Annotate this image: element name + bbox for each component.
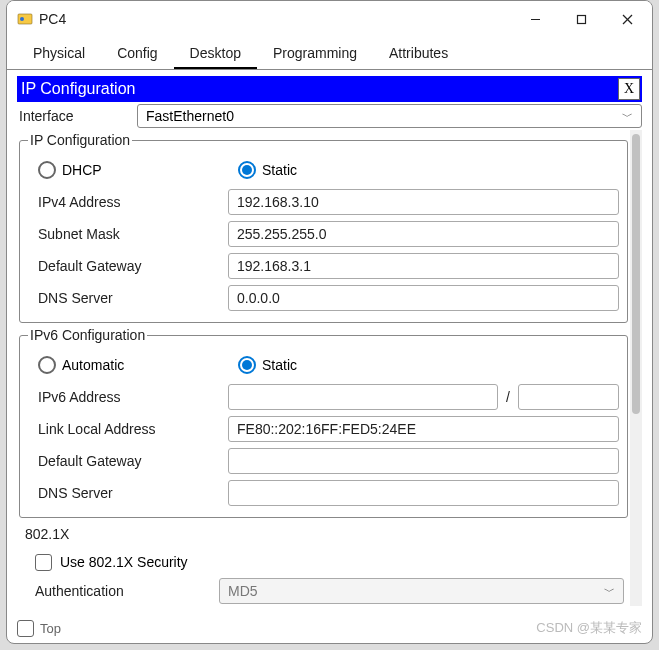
subnet-mask-label: Subnet Mask [28, 226, 228, 242]
ipv6-static-radio[interactable]: Static [228, 356, 428, 374]
radio-label: Static [262, 357, 297, 373]
ipv6-dns-row: DNS Server [28, 477, 619, 509]
ipv6-dns-input[interactable] [228, 480, 619, 506]
svg-rect-3 [577, 15, 585, 23]
ipconfig-close-button[interactable]: X [618, 78, 640, 100]
radio-label: Static [262, 162, 297, 178]
app-icon [17, 11, 33, 27]
gateway-row: Default Gateway [28, 250, 619, 282]
lla-row: Link Local Address [28, 413, 619, 445]
dot1x-section: 802.1X Use 802.1X Security Authenticatio… [19, 522, 628, 606]
tab-config[interactable]: Config [101, 41, 173, 69]
app-window: PC4 Physical Config Desktop Programming … [6, 0, 653, 644]
window-title: PC4 [39, 11, 66, 27]
subnet-mask-input[interactable] [228, 221, 619, 247]
radio-label: Automatic [62, 357, 124, 373]
maximize-button[interactable] [558, 3, 604, 35]
dns-row: DNS Server [28, 282, 619, 314]
chevron-down-icon: ﹀ [622, 109, 633, 124]
ipv6-address-input[interactable] [228, 384, 498, 410]
dot1x-auth-row: Authentication MD5 ﹀ [19, 576, 628, 606]
svg-point-1 [20, 17, 24, 21]
dns-input[interactable] [228, 285, 619, 311]
ipv6-mode-row: Automatic Static [28, 349, 619, 381]
dot1x-auth-label: Authentication [19, 583, 219, 599]
ipconfig-header: IP Configuration X [17, 76, 642, 102]
tab-physical[interactable]: Physical [17, 41, 101, 69]
interface-select[interactable]: FastEthernet0 ﹀ [137, 104, 642, 128]
interface-label: Interface [17, 108, 137, 124]
ipv6-dns-label: DNS Server [28, 485, 228, 501]
scroll-wrap: IP Configuration DHCP Static IPv4 Addres… [17, 130, 642, 606]
titlebar: PC4 [7, 1, 652, 37]
minimize-icon [530, 14, 541, 25]
dot1x-use-row: Use 802.1X Security [19, 548, 628, 576]
window-controls [512, 3, 650, 35]
close-window-button[interactable] [604, 3, 650, 35]
ipv6-address-row: IPv6 Address / [28, 381, 619, 413]
interface-row: Interface FastEthernet0 ﹀ [17, 102, 642, 130]
scroll-thumb[interactable] [632, 134, 640, 414]
radio-label: DHCP [62, 162, 102, 178]
bottom-bar: Top CSDN @某某专家 [17, 619, 642, 637]
scroll-content: IP Configuration DHCP Static IPv4 Addres… [17, 130, 630, 606]
ipv6-section: IPv6 Configuration Automatic Static IPv6… [19, 327, 628, 518]
ipv4-address-row: IPv4 Address [28, 186, 619, 218]
close-icon [622, 14, 633, 25]
top-checkbox[interactable] [17, 620, 34, 637]
ipconfig-title: IP Configuration [21, 80, 135, 98]
prefix-slash: / [506, 389, 510, 405]
top-checkbox-label: Top [40, 621, 61, 636]
tab-attributes[interactable]: Attributes [373, 41, 464, 69]
ipv4-address-input[interactable] [228, 189, 619, 215]
dot1x-legend: 802.1X [19, 522, 628, 548]
subnet-mask-row: Subnet Mask [28, 218, 619, 250]
tab-bar: Physical Config Desktop Programming Attr… [7, 37, 652, 70]
maximize-icon [576, 14, 587, 25]
ipv6-gateway-row: Default Gateway [28, 445, 619, 477]
ipv6-gateway-input[interactable] [228, 448, 619, 474]
dns-label: DNS Server [28, 290, 228, 306]
minimize-button[interactable] [512, 3, 558, 35]
radio-icon [238, 161, 256, 179]
lla-label: Link Local Address [28, 421, 228, 437]
lla-input[interactable] [228, 416, 619, 442]
ipv6-legend: IPv6 Configuration [28, 327, 147, 343]
gateway-input[interactable] [228, 253, 619, 279]
ipv6-prefix-input[interactable] [518, 384, 619, 410]
ipv4-dhcp-radio[interactable]: DHCP [28, 161, 228, 179]
vertical-scrollbar[interactable] [630, 130, 642, 606]
tab-desktop[interactable]: Desktop [174, 41, 257, 69]
watermark-text: CSDN @某某专家 [536, 619, 642, 637]
titlebar-left: PC4 [17, 11, 66, 27]
ipv4-legend: IP Configuration [28, 132, 132, 148]
ipv6-address-label: IPv6 Address [28, 389, 228, 405]
radio-icon [38, 161, 56, 179]
ipv4-section: IP Configuration DHCP Static IPv4 Addres… [19, 132, 628, 323]
ipv4-address-label: IPv4 Address [28, 194, 228, 210]
tab-programming[interactable]: Programming [257, 41, 373, 69]
bottom-left: Top [17, 620, 61, 637]
ipv6-gateway-label: Default Gateway [28, 453, 228, 469]
panel-area: IP Configuration X Interface FastEtherne… [7, 70, 652, 612]
interface-value: FastEthernet0 [146, 108, 234, 124]
gateway-label: Default Gateway [28, 258, 228, 274]
dot1x-auth-select[interactable]: MD5 ﹀ [219, 578, 624, 604]
chevron-down-icon: ﹀ [604, 584, 615, 599]
ipv4-mode-row: DHCP Static [28, 154, 619, 186]
dot1x-use-checkbox[interactable] [35, 554, 52, 571]
radio-icon [238, 356, 256, 374]
dot1x-auth-value: MD5 [228, 583, 258, 599]
ipv6-auto-radio[interactable]: Automatic [28, 356, 228, 374]
dot1x-use-label: Use 802.1X Security [60, 554, 188, 570]
radio-icon [38, 356, 56, 374]
ipv4-static-radio[interactable]: Static [228, 161, 428, 179]
